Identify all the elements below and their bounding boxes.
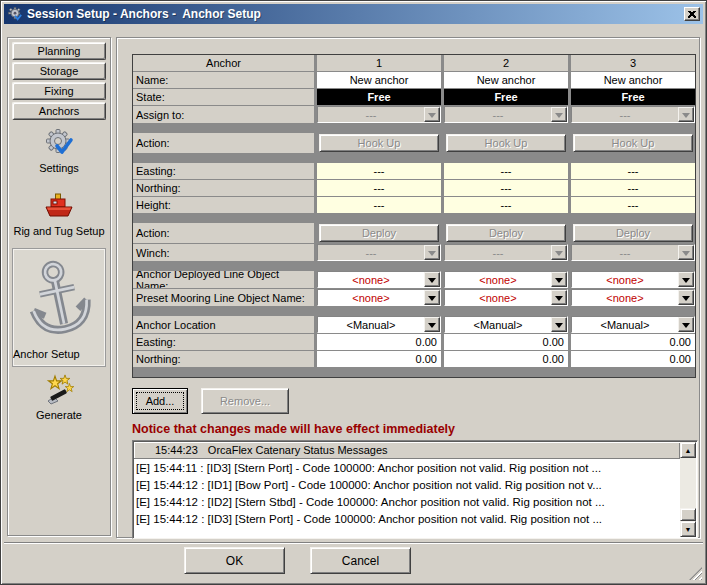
down-triangle-icon — [555, 113, 563, 122]
row-label-easting-manual: Easting: — [133, 334, 314, 350]
tugboat-icon — [42, 190, 76, 224]
deployed-line-cell-2: <none> — [444, 271, 568, 288]
sidebar-tab-planning[interactable]: Planning — [12, 42, 106, 60]
close-icon — [688, 11, 696, 18]
sidebar-item-anchor-setup[interactable]: Anchor Setup — [12, 248, 106, 367]
table-header-col-1: 1 — [317, 55, 441, 71]
assign-to-combo-2[interactable]: --- — [444, 106, 568, 123]
dropdown-button[interactable] — [424, 245, 440, 260]
sidebar-tab-anchors[interactable]: Anchors — [12, 102, 106, 120]
anchor-location-cell-2: <Manual> — [444, 316, 568, 333]
northing-manual-field-2[interactable]: 0.00 — [444, 351, 568, 367]
name-field-3[interactable]: New anchor — [571, 72, 695, 88]
status-message[interactable]: [E] 15:44:12 : [ID1] [Bow Port] - Code 1… — [134, 477, 680, 494]
preset-line-combo-1[interactable]: <none> — [317, 289, 441, 306]
name-field-1[interactable]: New anchor — [317, 72, 441, 88]
resize-grip[interactable] — [689, 567, 702, 580]
anchor-icon — [13, 254, 105, 346]
add-button[interactable]: Add... — [132, 388, 188, 414]
winch-combo-3[interactable]: --- — [571, 244, 695, 261]
sidebar-tab-fixing[interactable]: Fixing — [12, 82, 106, 100]
table-header-col-2: 2 — [444, 55, 568, 71]
hookup-cell-3: Hook Up — [571, 133, 695, 153]
table-separator — [133, 214, 695, 222]
dropdown-button[interactable] — [424, 290, 440, 305]
ok-button[interactable]: OK — [184, 547, 285, 574]
deployed-line-combo-2[interactable]: <none> — [444, 271, 568, 288]
deployed-line-combo-1[interactable]: <none> — [317, 271, 441, 288]
preset-line-combo-2[interactable]: <none> — [444, 289, 568, 306]
easting-manual-field-3[interactable]: 0.00 — [571, 334, 695, 350]
anchor-location-combo-3[interactable]: <Manual> — [571, 316, 695, 333]
assign-to-cell-3: --- — [571, 106, 695, 123]
deploy-button-3[interactable]: Deploy — [573, 224, 693, 242]
dropdown-button[interactable] — [678, 317, 694, 332]
preset-line-combo-3[interactable]: <none> — [571, 289, 695, 306]
hook-up-button-1[interactable]: Hook Up — [319, 134, 439, 152]
winch-cell-2: --- — [444, 244, 568, 261]
anchor-location-combo-2[interactable]: <Manual> — [444, 316, 568, 333]
sidebar-item-rig-and-tug-setup[interactable]: Rig and Tug Setup — [8, 190, 110, 237]
remove-button[interactable]: Remove... — [201, 388, 289, 414]
easting-manual-field-1[interactable]: 0.00 — [317, 334, 441, 350]
height-free-3: --- — [571, 197, 695, 213]
dropdown-button[interactable] — [424, 317, 440, 332]
sidebar-item-settings[interactable]: Settings — [8, 127, 110, 174]
scrollbar-thumb[interactable] — [680, 508, 696, 521]
deploy-button-1[interactable]: Deploy — [319, 224, 439, 242]
down-triangle-icon — [428, 296, 436, 305]
status-message[interactable]: [E] 15:44:12 : [ID2] [Stern Stbd] - Code… — [134, 494, 680, 511]
down-triangle-icon — [428, 113, 436, 122]
dropdown-button[interactable] — [551, 272, 567, 287]
northing-manual-field-3[interactable]: 0.00 — [571, 351, 695, 367]
height-free-2: --- — [444, 197, 568, 213]
dropdown-button[interactable] — [551, 107, 567, 122]
dropdown-button[interactable] — [678, 272, 694, 287]
easting-free-2: --- — [444, 163, 568, 179]
sidebar-item-label: Settings — [39, 162, 79, 174]
vertical-scrollbar[interactable]: ▲ ▼ — [680, 442, 696, 537]
dropdown-button[interactable] — [551, 317, 567, 332]
state-value-2: Free — [444, 89, 568, 105]
preset-line-cell-2: <none> — [444, 289, 568, 306]
winch-combo-1[interactable]: --- — [317, 244, 441, 261]
dropdown-button[interactable] — [424, 272, 440, 287]
easting-manual-field-2[interactable]: 0.00 — [444, 334, 568, 350]
northing-free-2: --- — [444, 180, 568, 196]
northing-manual-field-1[interactable]: 0.00 — [317, 351, 441, 367]
assign-to-combo-3[interactable]: --- — [571, 106, 695, 123]
dropdown-button[interactable] — [678, 107, 694, 122]
scroll-up-icon[interactable]: ▲ — [680, 442, 696, 458]
winch-combo-2[interactable]: --- — [444, 244, 568, 261]
hook-up-button-2[interactable]: Hook Up — [446, 134, 566, 152]
row-label-anchor-location: Anchor Location — [133, 316, 314, 333]
sidebar-item-generate[interactable]: Generate — [8, 374, 110, 421]
dropdown-button[interactable] — [551, 290, 567, 305]
anchor-location-cell-1: <Manual> — [317, 316, 441, 333]
dropdown-button[interactable] — [551, 245, 567, 260]
status-messages-panel: 15:44:23 OrcaFlex Catenary Status Messag… — [132, 440, 698, 539]
table-separator — [133, 124, 695, 132]
down-triangle-icon — [555, 323, 563, 332]
deployed-line-combo-3[interactable]: <none> — [571, 271, 695, 288]
row-label-state: State: — [133, 89, 314, 105]
cancel-button[interactable]: Cancel — [310, 547, 411, 574]
deploy-button-2[interactable]: Deploy — [446, 224, 566, 242]
sidebar-tab-storage[interactable]: Storage — [12, 62, 106, 80]
scrollbar-track[interactable] — [680, 458, 696, 521]
anchor-location-combo-1[interactable]: <Manual> — [317, 316, 441, 333]
status-message[interactable]: [E] 15:44:12 : [ID3] [Stern Port] - Code… — [134, 511, 680, 528]
status-message[interactable]: [E] 15:44:11 : [ID3] [Stern Port] - Code… — [134, 460, 680, 477]
hook-up-button-3[interactable]: Hook Up — [573, 134, 693, 152]
row-label-winch: Winch: — [133, 244, 314, 261]
dropdown-button[interactable] — [678, 245, 694, 260]
name-field-2[interactable]: New anchor — [444, 72, 568, 88]
assign-to-combo-1[interactable]: --- — [317, 106, 441, 123]
dropdown-button[interactable] — [678, 290, 694, 305]
scroll-down-icon[interactable]: ▼ — [680, 521, 696, 537]
close-button[interactable] — [684, 7, 700, 21]
dropdown-button[interactable] — [424, 107, 440, 122]
winch-cell-3: --- — [571, 244, 695, 261]
table-header-col-3: 3 — [571, 55, 695, 71]
sidebar: Planning Storage Fixing Anchors — [7, 37, 111, 536]
